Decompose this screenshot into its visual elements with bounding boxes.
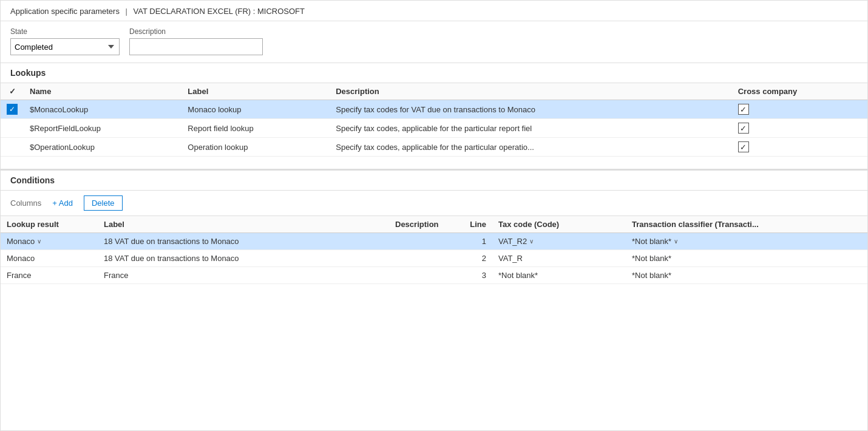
state-group: State CompletedDraft	[10, 27, 120, 55]
col-check: ✓	[1, 83, 24, 100]
transaction-classifier-value: *Not blank*	[632, 254, 671, 263]
col-line: Line	[462, 216, 492, 233]
col-label: Label	[181, 83, 330, 100]
condition-description	[389, 267, 462, 284]
page-subtitle: VAT DECLARATION EXCEL (FR) : MICROSOFT	[134, 7, 305, 16]
col-tax-code: Tax code (Code)	[492, 216, 626, 233]
conditions-section-header: Conditions	[1, 170, 867, 191]
conditions-section: Conditions Columns + Add Delete Lookup r…	[1, 170, 867, 284]
transaction-classifier-value: *Not blank*	[632, 271, 671, 280]
condition-line: 1	[462, 233, 492, 250]
condition-description	[389, 233, 462, 250]
lookup-row-cross-company	[732, 100, 867, 119]
condition-lookup-result[interactable]: Monaco	[1, 250, 98, 267]
lookup-row-cross-company	[732, 119, 867, 138]
lookups-table: ✓ Name Label Description Cross company ✓…	[1, 83, 867, 157]
lookup-row-label: Report field lookup	[181, 119, 330, 138]
condition-tax-code[interactable]: VAT_R2 ∨	[492, 233, 626, 250]
lookup-row-check[interactable]	[1, 119, 24, 138]
lookup-row[interactable]: ✓ $MonacoLookup Monaco lookup Specify ta…	[1, 100, 867, 119]
condition-label: 18 VAT due on transactions to Monaco	[98, 250, 389, 267]
add-button[interactable]: + Add	[46, 196, 79, 210]
condition-transaction-classifier[interactable]: *Not blank*	[626, 267, 867, 284]
state-select[interactable]: CompletedDraft	[10, 38, 120, 55]
lookup-result-value: Monaco	[7, 254, 35, 263]
lookup-row[interactable]: $ReportFieldLookup Report field lookup S…	[1, 119, 867, 138]
condition-label: France	[98, 267, 389, 284]
lookups-table-header-row: ✓ Name Label Description Cross company	[1, 83, 867, 100]
lookup-result-value: France	[7, 271, 31, 280]
delete-label: Delete	[92, 199, 115, 208]
condition-description	[389, 250, 462, 267]
condition-line: 3	[462, 267, 492, 284]
tax-code-dropdown-arrow[interactable]: ∨	[529, 238, 534, 245]
cross-company-checkbox[interactable]	[738, 141, 749, 152]
tax-code-value: VAT_R	[498, 254, 523, 263]
condition-transaction-classifier[interactable]: *Not blank* ∨	[626, 233, 867, 250]
lookup-row-cross-company	[732, 138, 867, 157]
transaction-classifier-value: *Not blank*	[632, 237, 671, 246]
tax-code-value: *Not blank*	[498, 271, 538, 280]
delete-button[interactable]: Delete	[84, 195, 123, 211]
col-name: Name	[24, 83, 181, 100]
add-label: + Add	[52, 199, 73, 208]
cross-company-checkbox[interactable]	[738, 104, 749, 115]
condition-tax-code[interactable]: *Not blank*	[492, 267, 626, 284]
condition-transaction-classifier[interactable]: *Not blank*	[626, 250, 867, 267]
col-cond-description: Description	[389, 216, 462, 233]
conditions-toolbar: Columns + Add Delete	[1, 191, 867, 216]
lookup-result-value: Monaco	[7, 237, 35, 246]
lookup-row-name: $MonacoLookup	[24, 100, 181, 119]
condition-lookup-result[interactable]: France	[1, 267, 98, 284]
lookup-row-description: Specify tax codes, applicable for the pa…	[330, 119, 731, 138]
columns-label: Columns	[10, 199, 41, 208]
conditions-title: Conditions	[10, 175, 55, 185]
page-header: Application specific parameters | VAT DE…	[1, 1, 867, 21]
title-separator: |	[126, 7, 127, 16]
cross-company-checkbox[interactable]	[738, 123, 749, 134]
condition-lookup-result[interactable]: Monaco ∨	[1, 233, 98, 250]
lookup-row-name: $ReportFieldLookup	[24, 119, 181, 138]
conditions-header-row: Lookup result Label Description Line Tax…	[1, 216, 867, 233]
lookup-row-name: $OperationLookup	[24, 138, 181, 157]
description-input[interactable]	[129, 38, 263, 55]
lookups-section-header: Lookups	[1, 63, 867, 83]
page-title: Application specific parameters | VAT DE…	[10, 7, 305, 16]
condition-line: 2	[462, 250, 492, 267]
conditions-table: Lookup result Label Description Line Tax…	[1, 216, 867, 284]
col-lookup-result: Lookup result	[1, 216, 98, 233]
condition-tax-code[interactable]: VAT_R	[492, 250, 626, 267]
condition-row[interactable]: Monaco ∨ 18 VAT due on transactions to M…	[1, 233, 867, 250]
lookup-row-description: Specify tax codes, applicable for the pa…	[330, 138, 731, 157]
transaction-classifier-dropdown-arrow[interactable]: ∨	[674, 238, 678, 245]
lookup-row-label: Operation lookup	[181, 138, 330, 157]
description-group: Description	[129, 27, 263, 55]
state-label: State	[10, 27, 120, 36]
col-cond-label: Label	[98, 216, 389, 233]
lookup-result-dropdown-arrow[interactable]: ∨	[37, 238, 41, 245]
lookup-row-description: Specify tax codes for VAT due on transac…	[330, 100, 731, 119]
condition-label: 18 VAT due on transactions to Monaco	[98, 233, 389, 250]
col-transaction-classifier: Transaction classifier (Transacti...	[626, 216, 867, 233]
col-cross-company: Cross company	[732, 83, 867, 100]
col-description: Description	[330, 83, 731, 100]
header-check-icon: ✓	[9, 87, 16, 96]
form-row: State CompletedDraft Description	[1, 21, 867, 63]
page-container: Application specific parameters | VAT DE…	[0, 0, 868, 431]
lookup-row[interactable]: $OperationLookup Operation lookup Specif…	[1, 138, 867, 157]
lookups-title: Lookups	[10, 68, 46, 78]
lookup-row-label: Monaco lookup	[181, 100, 330, 119]
condition-row[interactable]: France France 3 *Not blank* *Not blank*	[1, 267, 867, 284]
selected-check-icon: ✓	[7, 104, 18, 115]
condition-row[interactable]: Monaco 18 VAT due on transactions to Mon…	[1, 250, 867, 267]
lookup-row-check[interactable]: ✓	[1, 100, 24, 119]
lookups-section: Lookups ✓ Name Label Description Cross c…	[1, 63, 867, 170]
app-specific-params-title: Application specific parameters	[10, 7, 120, 16]
description-label: Description	[129, 27, 263, 36]
tax-code-value: VAT_R2	[498, 237, 527, 246]
lookup-row-check[interactable]	[1, 138, 24, 157]
